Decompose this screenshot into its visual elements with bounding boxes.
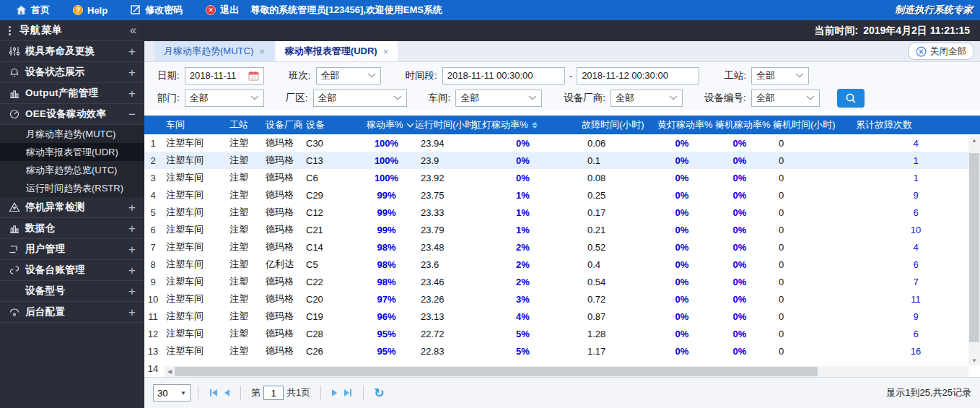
column-header[interactable]: 运行时间(小时) [411,116,468,134]
sidebar-item-0[interactable]: 模具寿命及更换+ [0,41,144,62]
expand-plus-icon[interactable]: + [128,201,136,214]
table-row[interactable]: 11注塑车间注塑德玛格C1996%23.134%0.870%0%09 [144,308,980,325]
column-header[interactable]: 车间 [162,116,225,134]
expand-plus-icon[interactable]: + [128,87,136,100]
table-row[interactable]: 9注塑车间注塑德玛格C2298%23.462%0.540%0%07 [144,273,980,290]
page-input[interactable] [263,386,284,400]
table-row[interactable]: 4注塑车间注塑德玛格C2999%23.751%0.250%0%09 [144,186,980,204]
column-header[interactable]: 稼动率% [362,116,411,134]
alarm-icon [9,66,20,78]
vendor-select[interactable]: 全部 [611,90,683,107]
column-header[interactable]: 待机稼动率% [711,116,769,134]
table-row[interactable]: 12注塑车间注塑德玛格C2895%22.725%1.280%0%06 [144,325,980,342]
time-to-input[interactable]: 2018-11-12 00:30:00 [577,67,699,84]
expand-plus-icon[interactable]: + [128,45,136,58]
time-from-input[interactable]: 2018-11-11 00:30:00 [442,67,565,84]
expand-plus-icon[interactable]: + [128,243,136,256]
expand-plus-icon[interactable]: + [128,306,136,318]
last-page-button[interactable] [344,389,352,396]
sidebar-subitem[interactable]: 稼动率报表管理(UDR) [0,143,144,161]
sidebar-subitem[interactable]: 月稼动率趋势(MUTC) [0,125,144,143]
column-header[interactable]: 红灯稼动率% [468,116,577,134]
expand-plus-icon[interactable]: + [128,264,136,277]
column-header[interactable]: 累计故障次数 [852,116,980,134]
plant-select[interactable]: 全部 [313,90,407,107]
data-bars-icon [9,222,20,234]
sidebar-item-8[interactable]: 设备型号+ [0,281,144,302]
table-row[interactable]: 6注塑车间注塑德玛格C2199%23.791%0.210%0%010 [144,221,980,238]
workshop-select[interactable]: 全部 [455,90,542,107]
cell: 0 [769,190,852,201]
refresh-button[interactable]: ↻ [374,386,384,401]
table-row[interactable]: 1注塑车间注塑德玛格C30100%23.940%0.060%0%04 [144,134,980,152]
column-header[interactable]: 工站 [225,116,261,134]
sidebar-subitem[interactable]: 稼动率趋势总览(UTC) [0,161,144,179]
date-input[interactable]: 2018-11-11 17 [185,67,264,84]
prev-page-button[interactable] [224,389,229,396]
sidebar-subitem[interactable]: 运行时间趋势表(RSTR) [0,179,144,197]
scroll-up-icon[interactable]: ▲ [968,136,980,145]
shift-select[interactable]: 全部 [316,67,381,84]
station-select[interactable]: 全部 [751,67,809,84]
sidebar-item-6[interactable]: 用户管理+ [0,239,144,260]
help-button[interactable]: ? Help [73,5,108,16]
sort-icon[interactable] [532,122,538,129]
search-button[interactable] [837,89,865,108]
page-size-select[interactable]: 30 ▼ [153,384,191,402]
tab-0[interactable]: 月稼动率趋势(MUTC)× [154,41,274,61]
tab-close-icon[interactable]: × [383,46,389,57]
cell: 6 [852,259,980,270]
expand-plus-icon[interactable]: + [128,285,136,298]
sidebar-item-7[interactable]: 设备台账管理+ [0,260,144,281]
sidebar-item-4[interactable]: 停机异常检测+ [0,197,144,218]
vertical-scrollbar[interactable]: ▲ ▼ [968,136,980,365]
tab-1[interactable]: 稼动率报表管理(UDR)× [276,41,398,61]
column-header[interactable]: 黄灯稼动率% [653,116,711,134]
cell: 8 [144,259,162,270]
cell: C19 [302,311,362,322]
collapse-sidebar-button[interactable]: « [130,24,136,37]
table-row[interactable]: 8注塑车间注塑亿利达C598%23.62%0.40%0%06 [144,256,980,273]
scroll-down-icon[interactable]: ▼ [968,356,980,365]
column-header[interactable]: 故障时间(小时) [577,116,653,134]
column-header[interactable]: 待机时间(小时) [769,116,852,134]
workshop-value: 全部 [460,92,479,105]
tab-close-icon[interactable]: × [259,46,265,57]
horizontal-scroll-thumb[interactable] [175,367,818,376]
scroll-left-icon[interactable]: ◀ [165,368,175,375]
collapse-minus-icon[interactable]: − [128,108,136,121]
sidebar-item-3[interactable]: OEE设备稼动效率− [0,104,144,125]
column-header[interactable] [144,116,162,134]
cell: 6 [852,329,980,339]
sidebar-item-1[interactable]: 设备状态展示+ [0,62,144,83]
table-row[interactable]: 7注塑车间注塑德玛格C1498%23.482%0.520%0%04 [144,238,980,256]
next-page-button[interactable] [332,389,337,396]
department-select[interactable]: 全部 [185,90,264,107]
column-header[interactable]: 设备厂商 [261,116,302,134]
horizontal-scrollbar[interactable]: ◀ [165,366,968,377]
table-row[interactable]: 2注塑车间注塑德玛格C13100%23.90%0.10%0%01 [144,152,980,169]
calendar-icon[interactable]: 17 [248,71,259,81]
sidebar-item-5[interactable]: 数据仓+ [0,218,144,239]
expand-plus-icon[interactable]: + [128,222,136,235]
column-header[interactable]: 设备 [302,116,362,134]
sidebar-item-9[interactable]: 后台配置+ [0,302,144,323]
close-all-button[interactable]: 关闭全部 [908,43,974,60]
cell: 注塑车间 [162,223,225,236]
logout-button[interactable]: ✕ 退出 [206,4,239,17]
device-number-select[interactable]: 全部 [751,90,820,107]
table-row[interactable]: 5注塑车间注塑德玛格C1299%23.331%0.170%0%06 [144,204,980,221]
change-password-button[interactable]: 修改密码 [131,4,183,17]
sidebar-item-2[interactable]: Output产能管理+ [0,83,144,104]
first-page-button[interactable] [209,389,217,396]
table-row[interactable]: 10注塑车间注塑德玛格C2097%23.263%0.720%0%011 [144,290,980,308]
table-row[interactable]: 13注塑车间注塑德玛格C2695%22.835%1.170%0%016 [144,342,980,360]
table-row[interactable]: 3注塑车间注塑德玛格C6100%23.920%0.080%0%01 [144,169,980,186]
cell: C29 [302,190,362,201]
vertical-scroll-thumb[interactable] [969,153,979,342]
cell: 0.17 [577,207,653,218]
expand-plus-icon[interactable]: + [128,66,136,79]
home-button[interactable]: 首页 [16,4,50,17]
cell: 注塑 [225,136,261,149]
cell: 德玛格 [261,206,302,219]
